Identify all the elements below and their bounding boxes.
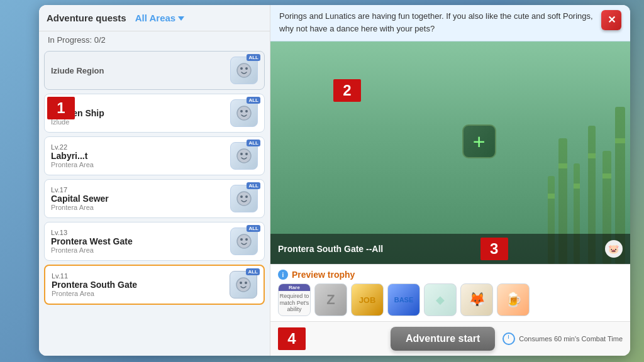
quest-name: Prontera South Gate xyxy=(52,280,137,290)
add-icon: + xyxy=(473,129,486,154)
all-areas-label: All Areas xyxy=(135,13,175,23)
trophy-item-label: Required to match Pet's ability xyxy=(279,293,310,313)
quest-level: Lv.22 xyxy=(51,143,94,151)
svg-point-4 xyxy=(240,110,243,112)
quest-region: Prontera Area xyxy=(52,290,137,297)
all-areas-filter-button[interactable]: All Areas xyxy=(131,11,188,25)
action-bar: 4 Adventure start Consumes 60 min's Comb… xyxy=(270,321,630,356)
quest-name: Capital Sewer xyxy=(51,194,109,204)
list-item[interactable]: Lv.22 Labyri...t Prontera Area ALL xyxy=(44,136,265,175)
quest-icon: ALL xyxy=(230,271,257,299)
quest-level: Lv.13 xyxy=(51,229,133,236)
scroll-icon: 🦊 xyxy=(469,292,486,308)
trophy-item-job[interactable]: JOB xyxy=(351,283,384,316)
scene-viewer: 2 + Prontera South Gate --All 3 🐷 xyxy=(270,41,630,264)
trophy-items: Rare Required to match Pet's ability Z J… xyxy=(278,283,623,316)
quest-icon: ALL xyxy=(230,99,258,127)
sidebar-title: Adventure quests xyxy=(47,13,126,23)
scene-background xyxy=(270,41,630,264)
list-item[interactable]: 1 Lv.25 Sunken Ship Izlude ALL xyxy=(44,94,265,133)
svg-point-10 xyxy=(240,195,243,198)
quest-list: Iziude Region ALL 1 Lv.25 xyxy=(39,48,270,356)
monster-icon xyxy=(235,147,253,165)
rarity-badge: Rare xyxy=(279,284,310,291)
pet-emoji: 🐷 xyxy=(608,244,619,254)
annotation-1: 1 xyxy=(47,97,75,119)
quest-name: Prontera West Gate xyxy=(51,236,133,246)
svg-point-14 xyxy=(245,238,248,241)
list-item[interactable]: Lv.13 Prontera West Gate Prontera Area A… xyxy=(44,222,265,261)
sidebar-header: Adventure quests All Areas xyxy=(39,5,270,31)
svg-point-15 xyxy=(236,278,250,292)
annotation-4: 4 xyxy=(278,327,306,350)
base-icon: BASE xyxy=(394,296,414,304)
scene-location-name: Prontera South Gate --All xyxy=(278,244,383,254)
scene-label-bar: Prontera South Gate --All 3 🐷 xyxy=(270,234,630,264)
close-button[interactable]: ✕ xyxy=(601,10,621,30)
main-panel: Adventure quests All Areas In Progress: … xyxy=(39,5,630,356)
job-icon: JOB xyxy=(359,295,376,305)
quest-region: Prontera Area xyxy=(51,204,109,211)
notification-text: Porings and Lunatics are having fun toge… xyxy=(279,10,601,35)
combat-time-text: Consumes 60 min's Combat Time xyxy=(519,335,623,343)
annotation-2: 2 xyxy=(333,79,361,102)
svg-point-0 xyxy=(237,63,251,77)
all-badge: ALL xyxy=(247,54,260,61)
trophy-title: Preview trophy xyxy=(292,270,355,280)
quest-icon: ALL xyxy=(230,142,258,170)
svg-point-8 xyxy=(245,153,248,155)
list-item[interactable]: Lv.17 Capital Sewer Prontera Area ALL xyxy=(44,179,265,218)
scene-pet-icon: 🐷 xyxy=(605,240,623,258)
close-icon: ✕ xyxy=(608,15,616,25)
clock-icon xyxy=(502,332,515,345)
monster-icon xyxy=(235,233,253,250)
content-area: Porings and Lunatics are having fun toge… xyxy=(270,5,630,356)
zeny-icon: Z xyxy=(326,292,335,308)
trophy-item-zeny[interactable]: Z xyxy=(314,283,347,316)
quest-level: Lv.17 xyxy=(51,186,109,194)
svg-point-17 xyxy=(245,282,247,284)
progress-label: In Progress: 0/2 xyxy=(39,31,270,48)
info-icon: i xyxy=(278,270,288,280)
sidebar: Adventure quests All Areas In Progress: … xyxy=(39,5,270,356)
adventure-start-button[interactable]: Adventure start xyxy=(391,327,495,351)
annotation-3: 3 xyxy=(480,238,508,260)
dropdown-arrow-icon xyxy=(178,16,184,21)
quest-icon: ALL xyxy=(230,185,258,212)
svg-point-9 xyxy=(237,192,251,206)
svg-point-3 xyxy=(237,106,251,120)
monster-icon xyxy=(235,190,253,207)
trophy-item-gem[interactable]: ◆ xyxy=(424,283,457,316)
trophy-section: i Preview trophy Rare Required to match … xyxy=(270,264,630,321)
quest-region: Prontera Area xyxy=(51,246,133,254)
svg-point-5 xyxy=(245,110,248,112)
trophy-item-scroll[interactable]: 🦊 xyxy=(460,283,493,316)
svg-point-16 xyxy=(240,282,242,284)
quest-region: Prontera Area xyxy=(51,161,94,168)
svg-point-12 xyxy=(237,234,251,248)
quest-name: Labyri...t xyxy=(51,151,94,161)
quest-icon: ALL xyxy=(230,228,258,255)
svg-point-13 xyxy=(240,238,243,241)
trophy-item-base[interactable]: BASE xyxy=(387,283,420,316)
svg-point-1 xyxy=(240,67,243,70)
gem-icon: ◆ xyxy=(436,293,445,307)
add-pet-button[interactable]: + xyxy=(462,124,496,158)
combat-time-info: Consumes 60 min's Combat Time xyxy=(502,332,623,345)
svg-point-11 xyxy=(245,195,248,198)
monster-icon xyxy=(235,62,253,79)
svg-point-2 xyxy=(245,67,248,70)
trophy-header: i Preview trophy xyxy=(278,270,623,280)
list-item[interactable]: Iziude Region ALL xyxy=(44,51,265,90)
potion-icon: 🍺 xyxy=(505,292,522,308)
list-item-active[interactable]: Lv.11 Prontera South Gate Prontera Area … xyxy=(44,265,265,305)
svg-point-6 xyxy=(237,149,251,163)
quest-region-header: Iziude Region xyxy=(51,66,104,75)
monster-icon xyxy=(235,276,252,293)
trophy-item-required[interactable]: Rare Required to match Pet's ability xyxy=(278,283,311,316)
quest-level: Lv.11 xyxy=(52,272,137,280)
monster-icon xyxy=(235,104,253,122)
quest-icon: ALL xyxy=(230,57,258,84)
trophy-item-potion[interactable]: 🍺 xyxy=(497,283,530,316)
notification-bar: Porings and Lunatics are having fun toge… xyxy=(270,5,630,41)
